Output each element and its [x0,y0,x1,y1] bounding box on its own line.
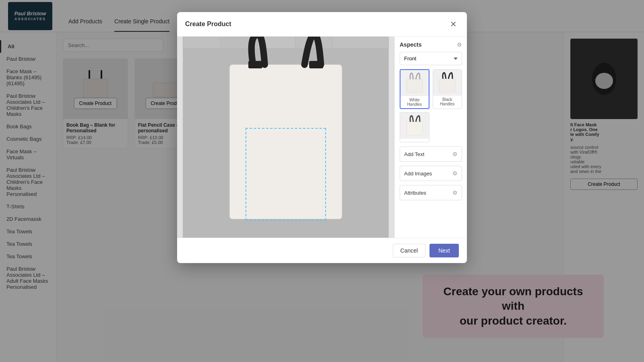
thumbnail-grid: White Handles Black Handl [400,69,462,142]
thumbnail-third-label [413,139,416,142]
svg-rect-11 [332,37,389,48]
attributes-icon: ⚙ [452,189,458,196]
aspects-select-wrapper: Front [400,52,462,65]
svg-rect-17 [407,122,423,135]
svg-rect-14 [309,61,323,68]
aspects-title: Aspects [400,41,421,48]
page-background: Paul Bristow ASSOCIATES Add Products Cre… [0,0,644,362]
add-images-button[interactable]: Add Images ⚙ [400,166,462,181]
thumbnail-white-handles-label: White Handles [400,96,429,108]
preview-area [177,37,394,238]
add-images-icon: ⚙ [452,170,458,177]
svg-rect-15 [407,79,423,93]
modal-body: Aspects ⚙ Front [177,37,467,238]
modal-header: Create Product ✕ [177,12,467,37]
modal-overlay[interactable]: Create Product ✕ [0,0,644,362]
modal-footer: Cancel Next [177,238,467,263]
cancel-button[interactable]: Cancel [393,244,426,257]
aspects-panel: Aspects ⚙ Front [394,37,467,238]
next-button[interactable]: Next [429,244,459,257]
svg-rect-7 [183,37,220,48]
aspects-select[interactable]: Front [400,52,462,65]
add-text-icon: ⚙ [452,151,458,157]
modal-title: Create Product [185,21,231,28]
modal-close-button[interactable]: ✕ [448,19,459,30]
create-product-modal: Create Product ✕ [177,12,467,263]
svg-rect-16 [439,79,455,92]
thumbnail-white-handles[interactable]: White Handles [400,69,429,109]
thumbnail-third[interactable] [400,112,429,142]
thumbnail-black-handles-label: Black Handles [433,96,462,108]
svg-rect-13 [248,61,262,68]
aspects-header: Aspects ⚙ [400,41,462,48]
aspects-gear-icon[interactable]: ⚙ [457,41,462,48]
design-area-box[interactable] [246,128,326,220]
add-text-button[interactable]: Add Text ⚙ [400,146,462,162]
thumbnail-black-handles[interactable]: Black Handles [433,69,462,109]
attributes-button[interactable]: Attributes ⚙ [400,185,462,200]
